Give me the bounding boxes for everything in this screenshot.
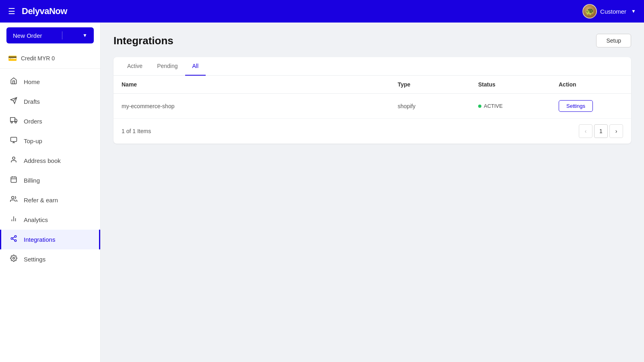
topup-icon	[9, 136, 18, 146]
sidebar-item-label: Billing	[24, 177, 40, 184]
drafts-icon	[9, 97, 18, 106]
sidebar-item-label: Drafts	[24, 98, 40, 105]
col-status: Status	[478, 81, 559, 88]
sidebar-item-orders[interactable]: Orders	[0, 111, 100, 131]
svg-point-9	[12, 157, 15, 159]
sidebar-item-integrations[interactable]: Integrations	[0, 230, 100, 249]
cell-status: ACTIVE	[478, 103, 559, 109]
dropdown-arrow-icon: ▼	[83, 33, 87, 38]
user-menu[interactable]: 🐢 Customer ▼	[582, 4, 636, 19]
integrations-card: Active Pending All Name Type Status Acti…	[114, 57, 631, 144]
sidebar-item-topup[interactable]: Top-up	[0, 131, 100, 151]
credit-icon: 💳	[8, 54, 17, 63]
orders-icon	[9, 117, 18, 126]
sidebar-item-label: Refer & earn	[24, 197, 58, 204]
billing-icon	[9, 176, 18, 185]
credit-row: 💳 Credit MYR 0	[0, 50, 100, 69]
svg-rect-6	[11, 137, 17, 142]
svg-point-20	[14, 240, 17, 242]
sidebar-item-address-book[interactable]: Address book	[0, 151, 100, 171]
status-dot-icon	[478, 105, 481, 108]
refer-earn-icon	[9, 195, 18, 205]
prev-page-button[interactable]: ‹	[579, 124, 592, 138]
svg-line-22	[12, 237, 14, 238]
settings-icon	[9, 255, 18, 264]
sidebar-nav: HomeDraftsOrdersTop-upAddress bookBillin…	[0, 69, 100, 362]
svg-point-23	[13, 257, 15, 259]
sidebar-item-settings[interactable]: Settings	[0, 249, 100, 269]
sidebar: New Order ▼ 💳 Credit MYR 0 HomeDraftsOrd…	[0, 23, 101, 362]
sidebar-item-label: Settings	[24, 256, 45, 263]
main-content: Integrations Setup Active Pending All Na…	[101, 23, 644, 362]
customer-name: Customer	[600, 8, 626, 15]
chevron-down-icon: ▼	[631, 8, 636, 14]
new-order-button[interactable]: New Order ▼	[6, 27, 94, 43]
next-page-button[interactable]: ›	[609, 124, 623, 138]
svg-point-4	[11, 121, 12, 123]
tab-active[interactable]: Active	[120, 57, 150, 76]
analytics-icon	[9, 215, 18, 224]
hamburger-icon[interactable]: ☰	[8, 6, 15, 16]
sidebar-item-label: Integrations	[24, 236, 55, 243]
credit-label: Credit MYR 0	[21, 55, 55, 62]
cell-type: shopify	[398, 103, 478, 109]
sidebar-item-home[interactable]: Home	[0, 72, 100, 92]
col-type: Type	[398, 81, 478, 88]
svg-point-18	[14, 236, 17, 238]
cell-action: Settings	[559, 100, 623, 112]
pagination-row: 1 of 1 Items ‹ 1 ›	[114, 119, 631, 144]
sidebar-item-label: Analytics	[24, 216, 48, 223]
new-order-btn-wrap: New Order ▼	[0, 27, 100, 50]
sidebar-item-drafts[interactable]: Drafts	[0, 92, 100, 111]
new-order-label: New Order	[13, 32, 42, 39]
tab-pending[interactable]: Pending	[150, 57, 185, 76]
sidebar-item-billing[interactable]: Billing	[0, 171, 100, 190]
logo: DelyvaNow	[22, 6, 67, 16]
page-title: Integrations	[114, 35, 173, 47]
page-header: Integrations Setup	[114, 34, 631, 47]
topbar-left: ☰ DelyvaNow	[8, 6, 67, 16]
tabs: Active Pending All	[114, 57, 631, 76]
svg-rect-10	[11, 177, 17, 183]
svg-point-5	[15, 121, 17, 123]
col-name: Name	[122, 81, 398, 88]
avatar: 🐢	[582, 4, 597, 19]
svg-line-21	[12, 239, 14, 240]
home-icon	[9, 77, 18, 86]
topbar: ☰ DelyvaNow 🐢 Customer ▼	[0, 0, 644, 23]
setup-button[interactable]: Setup	[596, 34, 631, 47]
table-header: Name Type Status Action	[114, 76, 631, 94]
svg-rect-2	[10, 117, 15, 121]
sidebar-item-analytics[interactable]: Analytics	[0, 210, 100, 230]
pagination-controls: ‹ 1 ›	[579, 124, 623, 138]
sidebar-item-label: Top-up	[24, 138, 42, 144]
active-indicator	[99, 230, 100, 249]
svg-point-19	[11, 238, 13, 240]
sidebar-item-label: Home	[24, 78, 40, 85]
svg-marker-3	[15, 119, 17, 121]
avatar-inner: 🐢	[583, 5, 596, 18]
address-book-icon	[9, 156, 18, 165]
main-layout: New Order ▼ 💳 Credit MYR 0 HomeDraftsOrd…	[0, 23, 644, 362]
sidebar-item-label: Orders	[24, 118, 42, 125]
status-text: ACTIVE	[484, 103, 503, 109]
svg-point-14	[12, 196, 14, 199]
col-action: Action	[559, 81, 623, 88]
table-row: my-ecommerce-shop shopify ACTIVE Setting…	[114, 94, 631, 119]
pagination-info: 1 of 1 Items	[122, 128, 151, 134]
sidebar-item-label: Address book	[24, 157, 61, 164]
cell-name: my-ecommerce-shop	[122, 103, 398, 109]
sidebar-item-refer-earn[interactable]: Refer & earn	[0, 190, 100, 210]
integrations-icon	[9, 235, 18, 244]
tab-all[interactable]: All	[185, 57, 206, 76]
btn-divider	[62, 31, 62, 39]
settings-button[interactable]: Settings	[559, 100, 593, 112]
current-page-button[interactable]: 1	[594, 124, 608, 138]
